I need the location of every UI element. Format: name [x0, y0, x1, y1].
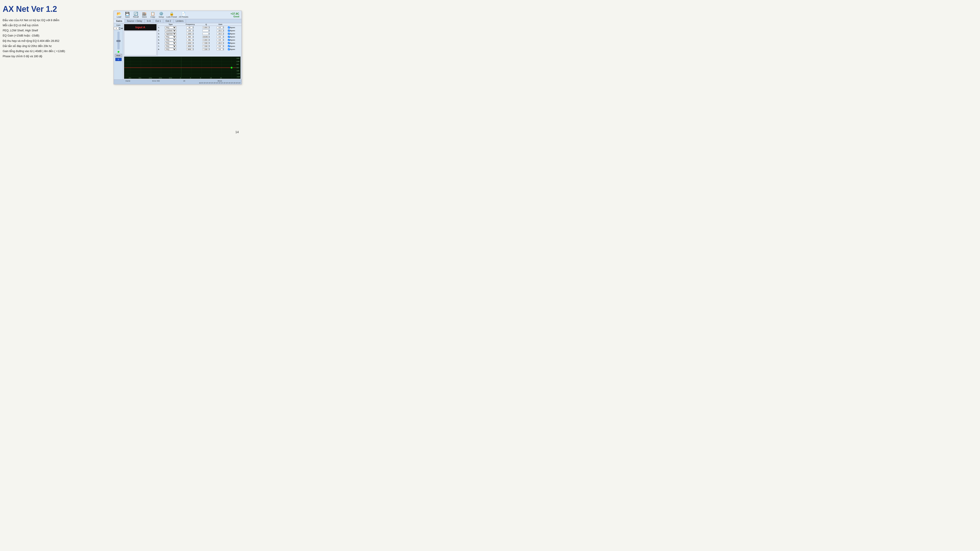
eq-type-4[interactable]: PEQLowShelfHighShelf — [160, 35, 181, 38]
eq-bypass-4[interactable]: Bypass — [228, 35, 242, 38]
eq-display-left: Input A — [123, 23, 158, 56]
eq-row-num-7: 7. — [158, 44, 160, 48]
eq-q-1[interactable]: ▲▼ — [199, 26, 213, 29]
eq-type-5[interactable]: PEQLowShelfHighShelf — [160, 38, 181, 41]
store-label: Store — [142, 16, 147, 18]
eq-bypass-8[interactable]: Bypass — [228, 48, 242, 51]
page-number: 14 — [235, 130, 239, 134]
gain-up-arrow[interactable]: ▲ — [119, 27, 121, 29]
eq-q-4[interactable]: ▲▼ — [199, 35, 213, 38]
main-title: AX Net Ver 1.2 — [3, 5, 87, 14]
eq-freq-2[interactable]: ▲▼ — [181, 29, 199, 32]
eq-gain-7[interactable]: ▲▼ — [213, 44, 228, 48]
tab-out1[interactable]: Out 1 — [153, 19, 163, 23]
load-button[interactable]: 📂 Load — [115, 11, 123, 19]
phase-button[interactable]: 0 — [115, 58, 122, 61]
eq-params: Type Frequency Q Gain 1.PEQLowShelfHighS… — [158, 23, 242, 56]
eq-row-num-4: 4. — [158, 35, 160, 38]
eq-display-empty — [124, 31, 157, 56]
eq-type-2[interactable]: PEQLowShelfHighShelf — [160, 29, 181, 32]
eq-q-7[interactable]: ▲▼ — [199, 44, 213, 48]
svg-text:5K: 5K — [200, 78, 201, 79]
load-icon: 📂 — [117, 12, 121, 16]
svg-text:12dB: 12dB — [236, 61, 239, 62]
lock-preset-button[interactable]: 🔒 Lock Preset — [165, 11, 178, 19]
setup-button[interactable]: ⚙️ Setup — [157, 11, 165, 19]
svg-text:18dB: 18dB — [236, 58, 239, 59]
eq-table-row: 1.PEQLowShelfHighShelf▲▼▲▼▲▼Bypass — [158, 26, 242, 29]
svg-point-19 — [231, 67, 232, 68]
eq-table-row: 5.PEQLowShelfHighShelf▲▼▲▼▲▼Bypass — [158, 38, 242, 41]
eq-type-1[interactable]: PEQLowShelfHighShelf — [160, 26, 181, 29]
tab-in-a[interactable]: In A — [145, 19, 153, 23]
copy-button[interactable]: 📋 Copy — [148, 11, 157, 19]
eq-q-2[interactable]: ▲▼ — [199, 29, 213, 32]
eq-row-num-6: 6. — [158, 41, 160, 44]
eq-table-row: 2.PEQLowShelfHighShelf▲▼▲▼▲▼Bypass — [158, 29, 242, 32]
eq-type-7[interactable]: PEQLowShelfHighShelf — [160, 44, 181, 48]
eq-bypass-7[interactable]: Bypass — [228, 44, 242, 48]
gain-slider-thumb[interactable] — [116, 40, 121, 42]
eq-freq-4[interactable]: ▲▼ — [181, 35, 199, 38]
eq-gain-3[interactable]: ▲▼ — [213, 32, 228, 35]
status-bar: Dante Error #83 16 Block ID:57,57,57,57,… — [114, 79, 242, 84]
eq-q-6[interactable]: ▲▼ — [199, 41, 213, 44]
gain-down-arrow[interactable]: ▼ — [119, 29, 121, 30]
input-label: Input A — [124, 24, 157, 30]
eq-gain-1[interactable]: ▲▼ — [213, 26, 228, 29]
eq-gain-2[interactable]: ▲▼ — [213, 29, 228, 32]
save-button[interactable]: 💾 Save — [123, 11, 132, 19]
tab-source-delay[interactable]: Source + Delay — [125, 19, 145, 23]
store-icon: 🏬 — [142, 12, 146, 16]
eq-gain-8[interactable]: ▲▼ — [213, 48, 228, 51]
eq-q-5[interactable]: ▲▼ — [199, 38, 213, 41]
eq-bypass-3[interactable]: Bypass — [228, 32, 242, 35]
eq-freq-1[interactable]: ▲▼ — [181, 26, 199, 29]
eq-freq-7[interactable]: ▲▼ — [181, 44, 199, 48]
recall-button[interactable]: 🔄 Recall — [132, 11, 140, 19]
gain-db-input[interactable] — [114, 27, 119, 30]
tab-gains[interactable]: Gains — [114, 19, 125, 23]
store-button[interactable]: 🏬 Store — [140, 11, 148, 19]
tab-limiters[interactable]: Limiters — [173, 19, 186, 23]
eq-graph: 18dB 12dB 6dB 0dB -6dB -12dB -18dB 20Hz … — [124, 57, 240, 79]
eq-freq-5[interactable]: ▲▼ — [181, 38, 199, 41]
eq-freq-3[interactable]: ▲▼ — [181, 32, 199, 35]
svg-text:20K: 20K — [220, 78, 222, 79]
all-presets-button[interactable]: 📄 All Presets — [178, 11, 189, 19]
eq-freq-6[interactable]: ▲▼ — [181, 41, 199, 44]
mute-button[interactable]: Mute — [115, 54, 122, 57]
load-label: Load — [117, 16, 121, 18]
temperature-display: +37.9C — [231, 12, 239, 15]
save-icon: 💾 — [125, 12, 130, 16]
eq-gain-6[interactable]: ▲▼ — [213, 41, 228, 44]
eq-row-num-3: 3. — [158, 32, 160, 35]
gain-panel: Gain ▲ ▼ dB Mute 0 — [114, 23, 123, 79]
eq-type-3[interactable]: PEQLowShelfHighShelf — [160, 32, 181, 35]
eq-bypass-2[interactable]: Bypass — [228, 29, 242, 32]
eq-freq-8[interactable]: ▲▼ — [181, 48, 199, 51]
left-panel: AX Net Ver 1.2 Đầu vào của AX Net có bộ … — [3, 5, 87, 59]
status-number: 16 — [171, 80, 197, 84]
eq-q-3[interactable]: ▲▼ — [199, 32, 213, 35]
eq-graph-svg: 18dB 12dB 6dB 0dB -6dB -12dB -18dB 20Hz … — [124, 57, 240, 79]
eq-gain-4[interactable]: ▲▼ — [213, 35, 228, 38]
eq-bypass-5[interactable]: Bypass — [228, 38, 242, 41]
eq-table-row: 7.PEQLowShelfHighShelf▲▼▲▼▲▼Bypass — [158, 44, 242, 48]
desc-line-5: Độ thu hẹp và mở rộng EQ 0.404 đến 28.85… — [3, 38, 87, 44]
tab-out2[interactable]: Out 2 — [163, 19, 173, 23]
recall-icon: 🔄 — [134, 12, 138, 16]
eq-q-8[interactable]: ▲▼ — [199, 48, 213, 51]
eq-bypass-6[interactable]: Bypass — [228, 41, 242, 44]
desc-line-1: Đầu vào của AX Net có bộ lọc EQ với 8 đi… — [3, 18, 87, 23]
svg-text:-12dB: -12dB — [236, 73, 240, 75]
eq-type-8[interactable]: PEQLowShelfHighShelf — [160, 48, 181, 51]
svg-text:200Hz: 200Hz — [159, 78, 162, 79]
tab-bar: Gains Source + Delay In A Out 1 Out 2 Li… — [114, 19, 242, 23]
copy-label: Copy — [150, 16, 155, 18]
svg-text:100Hz: 100Hz — [149, 78, 152, 79]
eq-bypass-1[interactable]: Bypass — [228, 26, 242, 29]
eq-type-6[interactable]: PEQLowShelfHighShelf — [160, 41, 181, 44]
eq-row-num-5: 5. — [158, 38, 160, 41]
eq-gain-5[interactable]: ▲▼ — [213, 38, 228, 41]
